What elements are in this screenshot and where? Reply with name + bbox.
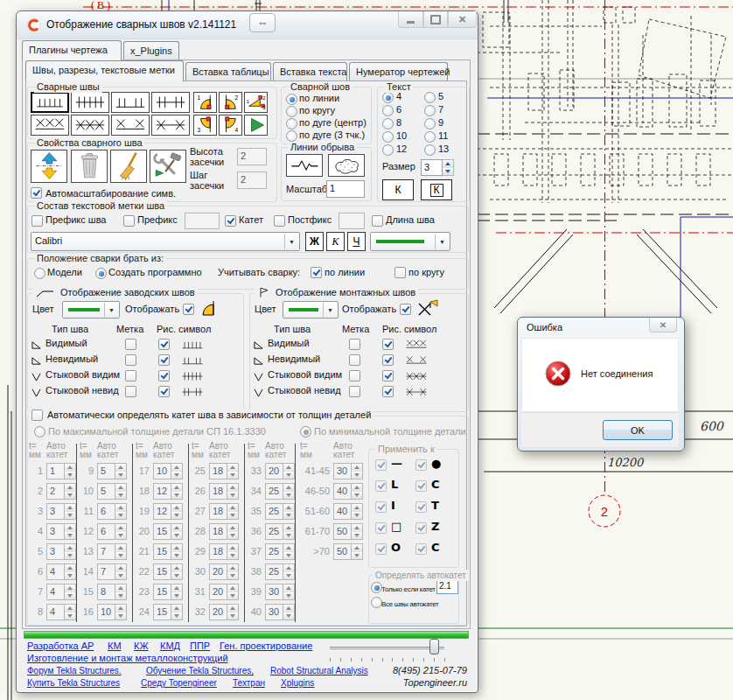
- auto-leg-spinner[interactable]: 30: [265, 584, 295, 600]
- site-draw-checkbox[interactable]: [382, 339, 394, 350]
- k-plain-button[interactable]: К: [382, 179, 414, 200]
- chevron-down-icon[interactable]: ▼: [323, 303, 337, 317]
- auto-leg-spinner[interactable]: 4: [46, 564, 76, 580]
- weld-symbol-button-play[interactable]: [244, 115, 268, 136]
- auto-leg-spinner[interactable]: 5: [97, 463, 127, 480]
- auto-leg-spinner[interactable]: 8: [97, 584, 127, 600]
- auto-leg-spinner[interactable]: 12: [153, 503, 183, 520]
- auto-leg-spinner[interactable]: 15: [153, 604, 183, 620]
- italic-button[interactable]: К: [326, 232, 345, 251]
- factory-draw-checkbox[interactable]: [158, 339, 170, 350]
- weld-seam-mode-radio[interactable]: [286, 94, 297, 105]
- auto-leg-spinner[interactable]: 30: [265, 604, 295, 620]
- apply-profile-checkbox[interactable]: [375, 543, 387, 555]
- weld-symbol-button-xxx-strike[interactable]: [71, 115, 109, 136]
- factory-mark-checkbox[interactable]: [125, 370, 136, 382]
- weld-symbol-button-ticks-up[interactable]: [31, 92, 69, 113]
- text-size-radio[interactable]: [382, 144, 394, 156]
- footer-link[interactable]: Robot Structural Analysis: [270, 665, 368, 676]
- auto-leg-spinner[interactable]: 15: [153, 564, 183, 580]
- apply-profile-checkbox[interactable]: [415, 480, 427, 492]
- weld-seam-mode-radio[interactable]: [286, 106, 297, 117]
- site-draw-checkbox[interactable]: [382, 386, 394, 397]
- site-mark-checkbox[interactable]: [349, 339, 360, 350]
- footer-link[interactable]: Техтран: [233, 677, 265, 689]
- text-size-radio[interactable]: [382, 105, 394, 116]
- factory-draw-checkbox[interactable]: [158, 386, 170, 397]
- auto-leg-spinner[interactable]: 2: [46, 483, 76, 500]
- apply-profile-checkbox[interactable]: [375, 501, 387, 513]
- factory-draw-checkbox[interactable]: [158, 354, 170, 366]
- factory-mark-checkbox[interactable]: [125, 354, 136, 366]
- chevron-down-icon[interactable]: ▼: [284, 234, 298, 249]
- auto-leg-spinner[interactable]: 18: [209, 543, 239, 560]
- consider-weld-checkbox[interactable]: [311, 267, 322, 278]
- factory-draw-checkbox[interactable]: [158, 370, 170, 382]
- footer-link[interactable]: Купить Tekla Structures: [27, 677, 120, 689]
- weld-source-radio[interactable]: [95, 268, 107, 279]
- auto-leg-spinner[interactable]: 18: [209, 503, 239, 520]
- tab-drawing-numerator[interactable]: Нумератор чертежей: [349, 62, 448, 80]
- auto-leg-spinner[interactable]: 3: [46, 523, 76, 540]
- factory-color-combo[interactable]: ▼: [62, 301, 120, 318]
- label-part-checkbox[interactable]: [274, 215, 285, 227]
- auto-leg-spinner[interactable]: 25: [265, 523, 295, 540]
- footer-link[interactable]: Форум Tekla Structures.: [27, 665, 122, 676]
- chevron-down-icon[interactable]: ▼: [435, 234, 449, 249]
- auto-leg-spinner[interactable]: 4: [46, 584, 76, 600]
- auto-leg-checkbox[interactable]: [31, 410, 43, 421]
- updown-button[interactable]: [31, 150, 67, 183]
- footer-link[interactable]: Разработка АР: [27, 640, 94, 652]
- site-draw-checkbox[interactable]: [382, 354, 394, 366]
- auto-leg-spinner[interactable]: 40: [333, 503, 363, 520]
- text-size-radio[interactable]: [382, 131, 394, 143]
- label-part-checkbox[interactable]: [123, 215, 135, 227]
- auto-leg-spinner[interactable]: 6: [97, 523, 127, 540]
- label-part-input[interactable]: [339, 213, 365, 229]
- site-color-combo[interactable]: ▼: [283, 301, 339, 318]
- weld-symbol-button-arc-4[interactable]: 4: [219, 115, 242, 136]
- auto-leg-spinner[interactable]: 7: [97, 543, 127, 560]
- tab-plugins-drawing[interactable]: Плагины чертежа: [22, 40, 122, 60]
- tools-button[interactable]: [150, 150, 186, 183]
- weld-seam-mode-radio[interactable]: [286, 130, 297, 142]
- bold-button[interactable]: Ж: [305, 232, 324, 251]
- weld-symbol-button-ticks-cross[interactable]: [71, 92, 109, 113]
- auto-leg-spinner[interactable]: 3: [46, 543, 76, 560]
- text-size-radio[interactable]: [424, 105, 436, 116]
- site-show-checkbox[interactable]: [400, 304, 411, 315]
- footer-link[interactable]: Изготовление и монтаж металлоконструкций: [27, 653, 228, 664]
- auto-leg-spinner[interactable]: 20: [209, 584, 239, 600]
- broom-button[interactable]: [110, 150, 147, 183]
- weld-symbol-button-ticks-cross-gap[interactable]: [151, 92, 190, 113]
- site-draw-checkbox[interactable]: [382, 370, 394, 382]
- swap-button[interactable]: ⇔: [249, 13, 276, 32]
- auto-leg-spinner[interactable]: 20: [209, 564, 239, 580]
- tab-insert-text[interactable]: Вставка текста: [273, 62, 347, 80]
- auto-leg-spinner[interactable]: 7: [97, 564, 127, 580]
- auto-leg-spinner[interactable]: 50: [333, 523, 363, 540]
- weld-symbol-button-xxx-under[interactable]: [31, 115, 69, 136]
- minimize-button[interactable]: [398, 11, 423, 28]
- auto-leg-spinner[interactable]: 30: [333, 463, 363, 480]
- footer-link[interactable]: ППР: [190, 640, 210, 652]
- weld-source-radio[interactable]: [34, 268, 45, 279]
- auto-leg-spinner[interactable]: 10: [97, 604, 127, 620]
- tab-x-plugins[interactable]: x_Plugins: [123, 41, 179, 60]
- factory-mark-checkbox[interactable]: [125, 386, 136, 397]
- apply-profile-checkbox[interactable]: [375, 459, 387, 471]
- auto-leg-spinner[interactable]: 6: [97, 503, 127, 520]
- label-part-checkbox[interactable]: [372, 215, 383, 227]
- site-mark-checkbox[interactable]: [349, 370, 360, 382]
- thickness-mode-radio[interactable]: [34, 426, 45, 438]
- underline-button[interactable]: Ч: [347, 232, 366, 251]
- site-mark-checkbox[interactable]: [349, 386, 360, 397]
- weld-symbol-button-arc-3[interactable]: 3: [193, 115, 217, 136]
- apply-profile-checkbox[interactable]: [415, 543, 427, 555]
- footer-link[interactable]: Xplugins: [281, 677, 314, 689]
- auto-leg-spinner[interactable]: 1: [46, 463, 76, 480]
- text-size-radio[interactable]: [424, 118, 436, 130]
- auto-leg-spinner[interactable]: 20: [209, 604, 239, 620]
- site-mark-checkbox[interactable]: [349, 354, 360, 366]
- tab-seams-labels[interactable]: Швы, разрезы, текстовые метки: [25, 60, 184, 81]
